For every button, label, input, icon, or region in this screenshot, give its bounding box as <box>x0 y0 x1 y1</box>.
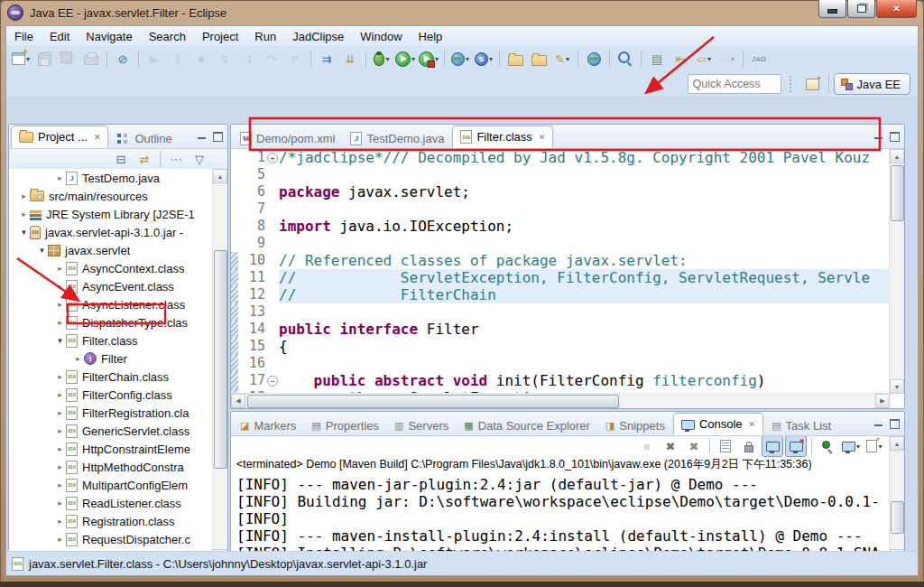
editor-vertical-scrollbar[interactable]: ▲ ▼ <box>889 149 904 394</box>
code-line-5[interactable]: 5 <box>231 166 890 183</box>
back-button[interactable]: ⇦▾ <box>693 48 715 70</box>
code-editor[interactable]: 1+/*jadclipse*/// Decompiled by Jad v1.5… <box>231 149 890 394</box>
menu-navigate[interactable]: Navigate <box>78 27 140 46</box>
code-line-11[interactable]: 11// ServletException, FilterConfig, Ser… <box>231 269 890 286</box>
maximize-view-button[interactable] <box>890 419 900 429</box>
view-tab-project[interactable]: Project ...✕ <box>11 126 108 148</box>
tree-item-multipartconfigelem[interactable]: ▸MultipartConfigElem <box>9 476 213 494</box>
filters-button[interactable]: ⋯ <box>165 148 187 170</box>
tree-item-javax-servlet[interactable]: ▾javax.servlet <box>9 241 213 259</box>
maximize-view-button[interactable] <box>213 132 223 142</box>
scroll-down-arrow[interactable]: ▼ <box>890 379 904 394</box>
scroll-up-arrow[interactable]: ▲ <box>890 436 904 451</box>
run-external-tools-button[interactable]: ▾ <box>418 48 439 70</box>
tree-item-httpmethodconstra[interactable]: ▸HttpMethodConstra <box>9 458 213 476</box>
code-line-1[interactable]: 1+/*jadclipse*/// Decompiled by Jad v1.5… <box>231 149 890 166</box>
display-console-button[interactable]: ▾ <box>840 435 862 457</box>
view-tab-properties[interactable]: ▤Properties <box>304 415 386 435</box>
expand-arrow-icon[interactable]: ▸ <box>18 191 30 200</box>
expand-arrow-icon[interactable]: ▸ <box>72 354 84 363</box>
debug-button[interactable]: ▾ <box>371 48 393 70</box>
menu-jadclipse[interactable]: JadClipse <box>284 27 352 46</box>
tree-item-filterchain-class[interactable]: ▸FilterChain.class <box>9 368 213 386</box>
scroll-thumb[interactable] <box>891 165 904 221</box>
close-icon[interactable]: ✕ <box>539 133 546 142</box>
minimize-button[interactable] <box>818 0 846 18</box>
view-menu-button[interactable]: ▽ <box>189 148 210 170</box>
titlebar[interactable]: Java EE - javax.servlet.Filter - Eclipse… <box>0 0 924 25</box>
expand-arrow-icon[interactable]: ▸ <box>54 408 66 417</box>
expand-arrow-icon[interactable]: ▸ <box>54 282 66 291</box>
restore-button[interactable] <box>847 0 875 18</box>
expand-arrow-icon[interactable]: ▸ <box>54 390 66 399</box>
expand-arrow-icon[interactable]: ▸ <box>18 210 30 219</box>
expand-arrow-icon[interactable]: ▸ <box>54 498 66 508</box>
tree-item-registration-class[interactable]: ▸Registration.class <box>9 512 213 530</box>
open-resource-button[interactable] <box>528 48 550 70</box>
menu-search[interactable]: Search <box>141 27 194 46</box>
minimize-view-button[interactable] <box>874 422 882 426</box>
menu-window[interactable]: Window <box>352 27 410 46</box>
quick-access-input[interactable] <box>688 74 781 94</box>
tree-item-filterconfig-class[interactable]: ▸FilterConfig.class <box>9 386 213 404</box>
console-vertical-scrollbar[interactable]: ▲ ▼ <box>889 436 904 564</box>
open-web-browser-button[interactable] <box>583 48 605 70</box>
collapse-arrow-icon[interactable]: ▾ <box>54 336 66 345</box>
fold-expanded-icon[interactable]: − <box>267 376 278 387</box>
expand-arrow-icon[interactable]: ▸ <box>54 517 66 526</box>
run-button[interactable]: ▾ <box>394 48 416 70</box>
maximize-view-button[interactable] <box>890 132 900 142</box>
view-tab-markers[interactable]: ◪Markers <box>233 415 303 435</box>
code-line-14[interactable]: 14public interface Filter <box>231 321 890 338</box>
code-line-8[interactable]: 8import java.io.IOException; <box>231 218 890 235</box>
open-console-button[interactable]: ▾ <box>864 435 885 457</box>
scroll-up-arrow[interactable]: ▲ <box>890 149 904 163</box>
close-icon[interactable]: ✕ <box>749 420 756 429</box>
code-line-6[interactable]: 6package javax.servlet; <box>231 183 890 200</box>
view-tab-servers[interactable]: ▥Servers <box>387 415 456 435</box>
expand-arrow-icon[interactable]: ▸ <box>54 318 66 327</box>
expand-arrow-icon[interactable]: ▸ <box>54 444 66 453</box>
close-icon[interactable]: ✕ <box>94 133 101 142</box>
tree-item-requestdispatcher-c[interactable]: ▸RequestDispatcher.c <box>9 530 213 548</box>
tree-item-filterregistration-cla[interactable]: ▸FilterRegistration.cla <box>9 404 213 422</box>
menu-run[interactable]: Run <box>246 27 284 46</box>
scroll-thumb[interactable] <box>247 395 619 408</box>
scroll-thumb[interactable] <box>891 501 904 534</box>
menu-edit[interactable]: Edit <box>42 27 78 46</box>
expand-arrow-icon[interactable]: ▸ <box>54 173 66 182</box>
toggle-breadcrumb-button[interactable]: ⇊ <box>339 48 361 70</box>
code-line-13[interactable]: 13 <box>231 303 890 321</box>
tree-item-src-main-resources[interactable]: ▸src/main/resources <box>9 187 213 205</box>
tree-item-jre-system-library-j2se-1[interactable]: ▸JRE System Library [J2SE-1 <box>9 205 213 223</box>
expand-arrow-icon[interactable]: ▸ <box>54 372 66 381</box>
remove-all-launches-button[interactable]: ✖ <box>683 435 705 457</box>
show-stderr-button[interactable] <box>785 435 807 457</box>
fold-collapsed-icon[interactable]: + <box>267 153 278 163</box>
open-task-button[interactable]: ▤ <box>646 48 668 70</box>
tree-item-filter[interactable]: ▸Filter <box>9 349 213 368</box>
tree-item-httpconstrainteleme[interactable]: ▸HttpConstraintEleme <box>9 440 213 458</box>
editor-tab-testdemo-java[interactable]: TestDemo.java <box>343 128 451 148</box>
code-line-16[interactable]: 16 <box>231 355 890 372</box>
expand-arrow-icon[interactable]: ▸ <box>54 264 66 273</box>
clear-console-button[interactable] <box>715 435 736 457</box>
code-line-17[interactable]: 17− public abstract void init(FilterConf… <box>231 372 890 389</box>
pin-console-button[interactable] <box>817 435 838 457</box>
collapse-arrow-icon[interactable]: ▾ <box>36 246 48 255</box>
new-service-button[interactable]: ▾ <box>473 48 494 70</box>
tree-item-readlistener-class[interactable]: ▸ReadListener.class <box>9 494 213 512</box>
menu-file[interactable]: File <box>6 27 42 46</box>
highlight-button[interactable]: ✎▾ <box>551 48 573 70</box>
scroll-lock-button[interactable] <box>738 435 760 457</box>
expand-arrow-icon[interactable]: ▸ <box>54 300 66 309</box>
tree-item-asynclistener-class[interactable]: ▸AsyncListener.class <box>9 295 213 313</box>
expand-arrow-icon[interactable]: ▸ <box>54 480 66 489</box>
new-web-service-button[interactable]: ▾ <box>449 48 471 70</box>
collapse-arrow-icon[interactable]: ▾ <box>18 228 30 237</box>
tree-item-asyncevent-class[interactable]: ▸AsyncEvent.class <box>9 277 213 295</box>
view-tab-console[interactable]: Console✕ <box>673 413 763 435</box>
jadclipse-button[interactable]: JAD <box>748 48 770 70</box>
minimize-view-button[interactable] <box>198 135 206 139</box>
scroll-left-arrow[interactable]: ◀ <box>231 394 245 408</box>
